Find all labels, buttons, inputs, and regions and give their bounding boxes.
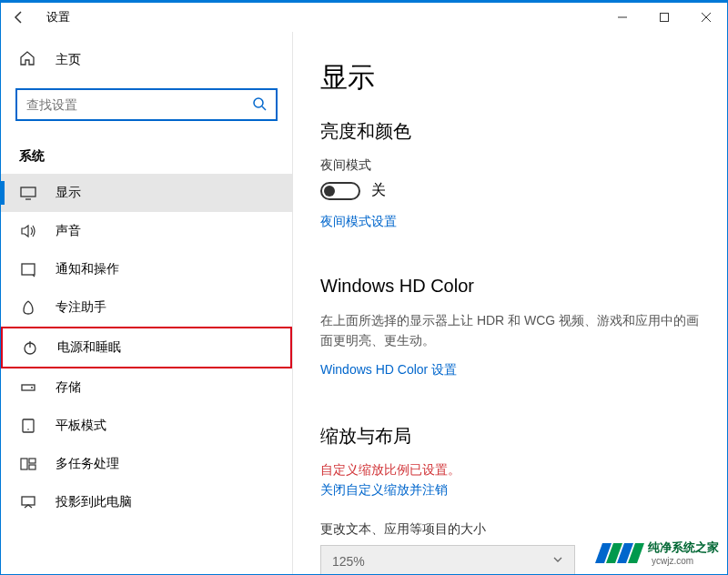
toggle-knob xyxy=(324,186,335,197)
search-input[interactable] xyxy=(26,97,252,112)
minimize-button[interactable] xyxy=(602,3,643,32)
sidebar-item-label: 电源和睡眠 xyxy=(57,339,121,356)
scale-dropdown[interactable]: 125% xyxy=(320,545,575,574)
display-icon xyxy=(19,185,37,201)
minimize-icon xyxy=(617,12,628,23)
watermark: 纯净系统之家 ycwjz.com xyxy=(599,540,719,566)
svg-rect-16 xyxy=(22,497,35,505)
content-panel: 显示 亮度和颜色 夜间模式 关 夜间模式设置 Windows HD Color … xyxy=(292,32,727,574)
tablet-icon xyxy=(19,418,37,434)
svg-rect-15 xyxy=(29,465,35,469)
close-button[interactable] xyxy=(685,3,727,32)
settings-window: 设置 主页 系统 显示 xyxy=(0,0,728,575)
chevron-down-icon xyxy=(552,554,563,568)
text-size-label: 更改文本、应用等项目的大小 xyxy=(320,521,700,538)
arrow-left-icon xyxy=(12,10,26,25)
watermark-brand: 纯净系统之家 xyxy=(648,540,719,556)
hdcolor-description: 在上面所选择的显示器上让 HDR 和 WCG 视频、游戏和应用中的画面更明亮、更… xyxy=(320,310,700,351)
sidebar-item-label: 多任务处理 xyxy=(56,456,119,472)
svg-rect-14 xyxy=(29,459,35,463)
sidebar-section-header: 系统 xyxy=(1,139,292,174)
scale-heading: 缩放与布局 xyxy=(320,424,700,449)
sidebar-item-label: 通知和操作 xyxy=(56,261,119,277)
watermark-logo xyxy=(599,543,642,563)
night-mode-toggle-row: 关 xyxy=(320,181,700,200)
sidebar-item-focus-assist[interactable]: 专注助手 xyxy=(1,288,292,327)
night-mode-settings-link[interactable]: 夜间模式设置 xyxy=(320,214,700,230)
home-icon xyxy=(19,50,37,70)
window-controls xyxy=(602,3,727,32)
back-button[interactable] xyxy=(1,3,37,32)
storage-icon xyxy=(19,379,37,396)
dropdown-value: 125% xyxy=(332,554,365,569)
maximize-button[interactable] xyxy=(643,3,685,32)
sidebar-item-label: 投影到此电脑 xyxy=(56,494,132,510)
sidebar-item-label: 声音 xyxy=(56,223,81,239)
search-box[interactable] xyxy=(15,88,278,121)
svg-point-12 xyxy=(27,429,29,430)
watermark-url: ycwjz.com xyxy=(652,556,719,566)
project-icon xyxy=(19,494,37,510)
night-mode-toggle[interactable] xyxy=(320,182,360,200)
sidebar-item-sound[interactable]: 声音 xyxy=(1,212,292,250)
sidebar-item-label: 存储 xyxy=(56,379,81,396)
search-icon xyxy=(252,96,267,114)
multitasking-icon xyxy=(19,456,37,472)
home-label: 主页 xyxy=(56,52,81,68)
svg-rect-6 xyxy=(22,264,35,275)
close-icon xyxy=(701,12,712,23)
sidebar-item-tablet-mode[interactable]: 平板模式 xyxy=(1,407,292,445)
svg-rect-4 xyxy=(21,187,35,197)
sidebar-item-notifications[interactable]: 通知和操作 xyxy=(1,250,292,288)
power-icon xyxy=(21,339,39,356)
sidebar-item-multitasking[interactable]: 多任务处理 xyxy=(1,445,292,483)
sidebar-item-label: 专注助手 xyxy=(56,299,106,316)
logout-custom-scale-link[interactable]: 关闭自定义缩放并注销 xyxy=(320,482,700,499)
sidebar: 主页 系统 显示 声音 通知和操作 xyxy=(1,32,292,574)
hdcolor-heading: Windows HD Color xyxy=(320,276,700,297)
window-title: 设置 xyxy=(46,9,70,25)
focus-icon xyxy=(19,299,37,316)
toggle-state-text: 关 xyxy=(371,181,386,200)
sidebar-item-projecting[interactable]: 投影到此电脑 xyxy=(1,483,292,521)
brightness-heading: 亮度和颜色 xyxy=(320,119,700,144)
svg-line-3 xyxy=(262,106,266,110)
sidebar-item-label: 显示 xyxy=(56,185,81,201)
sidebar-item-power-sleep[interactable]: 电源和睡眠 xyxy=(1,327,292,368)
page-title: 显示 xyxy=(320,59,700,96)
svg-rect-13 xyxy=(21,459,27,469)
window-body: 主页 系统 显示 声音 通知和操作 xyxy=(1,32,727,574)
maximize-icon xyxy=(659,12,670,23)
svg-point-10 xyxy=(31,387,33,388)
hdcolor-settings-link[interactable]: Windows HD Color 设置 xyxy=(320,362,700,378)
sidebar-item-storage[interactable]: 存储 xyxy=(1,368,292,407)
sidebar-item-display[interactable]: 显示 xyxy=(1,174,292,212)
notifications-icon xyxy=(19,261,37,277)
titlebar: 设置 xyxy=(1,3,727,32)
home-button[interactable]: 主页 xyxy=(1,41,292,79)
night-mode-label: 夜间模式 xyxy=(320,157,700,174)
svg-point-2 xyxy=(254,98,263,107)
svg-rect-11 xyxy=(23,419,34,432)
svg-rect-1 xyxy=(661,14,669,22)
custom-scale-warning: 自定义缩放比例已设置。 xyxy=(320,462,700,479)
sidebar-item-label: 平板模式 xyxy=(56,418,106,434)
sound-icon xyxy=(19,223,37,239)
